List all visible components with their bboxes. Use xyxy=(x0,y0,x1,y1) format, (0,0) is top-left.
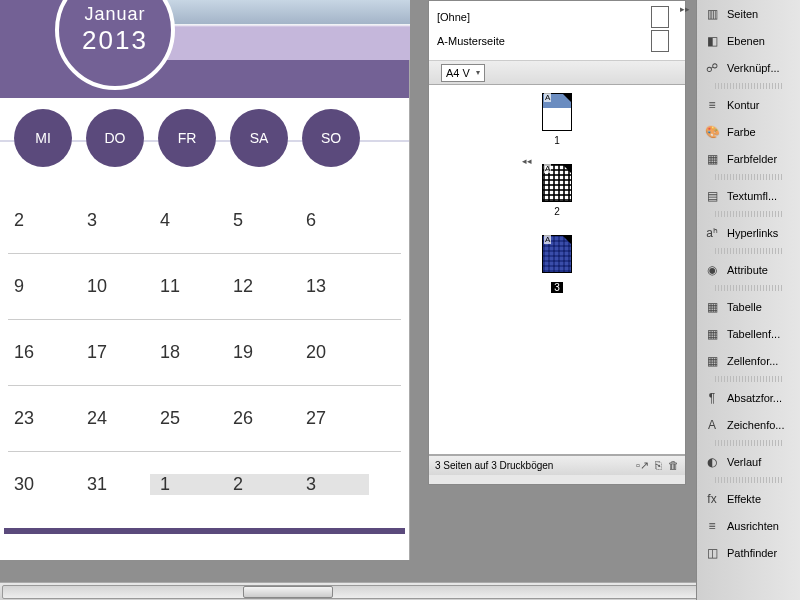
dock-item-zellenfor[interactable]: ▦Zellenfor... xyxy=(697,347,800,374)
weekday-row: MI DO FR SA SO xyxy=(0,98,409,178)
dock-item-label: Zeichenfo... xyxy=(727,419,794,431)
dock-item-tabelle[interactable]: ▦Tabelle xyxy=(697,293,800,320)
month-label: Januar xyxy=(59,0,171,25)
dock-item-verknpf[interactable]: ☍Verknüpf... xyxy=(697,54,800,81)
dock-item-textumfl[interactable]: ▤Textumfl... xyxy=(697,182,800,209)
page-size-bar: A4 V xyxy=(429,61,685,85)
calendar-grid: 23456 910111213 1617181920 2324252627 30… xyxy=(0,178,409,527)
dock-item-label: Kontur xyxy=(727,99,794,111)
master-thumb-icon xyxy=(651,30,669,52)
scrollbar-track[interactable] xyxy=(2,585,766,599)
page-thumbnail-icon[interactable] xyxy=(542,93,572,131)
dock-item-label: Pathfinder xyxy=(727,547,794,559)
absatzfor-icon: ¶ xyxy=(703,390,721,406)
weekday-cell: FR xyxy=(158,109,216,167)
textumfl-icon: ▤ xyxy=(703,188,721,204)
master-none[interactable]: [Ohne] xyxy=(437,5,677,29)
collapse-arrow-icon[interactable]: ◂◂ xyxy=(522,156,532,166)
dock-item-label: Hyperlinks xyxy=(727,227,794,239)
attribute-icon: ◉ xyxy=(703,262,721,278)
weekday-cell: MI xyxy=(14,109,72,167)
dock-item-label: Tabelle xyxy=(727,301,794,313)
new-page-icon[interactable]: ⎘ xyxy=(655,459,662,472)
dock-item-label: Attribute xyxy=(727,264,794,276)
page-item-3[interactable]: 3 xyxy=(429,235,685,295)
panel-dock[interactable]: ▥Seiten◧Ebenen☍Verknüpf...≡Kontur🎨Farbe▦… xyxy=(696,0,800,600)
dock-item-label: Ausrichten xyxy=(727,520,794,532)
ausrichten-icon: ≡ xyxy=(703,518,721,534)
zellenfor-icon: ▦ xyxy=(703,353,721,369)
dock-item-pathfinder[interactable]: ◫Pathfinder xyxy=(697,539,800,566)
pages-status-text: 3 Seiten auf 3 Druckbögen xyxy=(435,460,553,471)
dock-item-tabellenf[interactable]: ▦Tabellenf... xyxy=(697,320,800,347)
dock-item-verlauf[interactable]: ◐Verlauf xyxy=(697,448,800,475)
page-item-1[interactable]: 1 xyxy=(429,93,685,146)
dock-item-hyperlinks[interactable]: aʰHyperlinks xyxy=(697,219,800,246)
weekday-cell: SA xyxy=(230,109,288,167)
ebenen-icon: ◧ xyxy=(703,33,721,49)
master-a[interactable]: A-Musterseite xyxy=(437,29,677,53)
page-item-2[interactable]: 2 xyxy=(429,164,685,217)
dock-item-label: Ebenen xyxy=(727,35,794,47)
page-thumbnail-icon[interactable] xyxy=(542,235,572,273)
dock-item-farbe[interactable]: 🎨Farbe xyxy=(697,118,800,145)
tabellenf-icon: ▦ xyxy=(703,326,721,342)
seiten-icon: ▥ xyxy=(703,6,721,22)
dock-item-label: Seiten xyxy=(727,8,794,20)
horizontal-scrollbar[interactable] xyxy=(0,582,800,600)
edit-page-icon[interactable]: ▫↗ xyxy=(636,459,649,472)
dock-item-label: Absatzfor... xyxy=(727,392,794,404)
weekday-cell: SO xyxy=(302,109,360,167)
verlauf-icon: ◐ xyxy=(703,454,721,470)
collapse-arrow-icon[interactable]: ▸▸ xyxy=(680,4,690,14)
verknpf-icon: ☍ xyxy=(703,60,721,76)
tabelle-icon: ▦ xyxy=(703,299,721,315)
effekte-icon: fx xyxy=(703,491,721,507)
document-canvas[interactable]: Januar 2013 MI DO FR SA SO 23456 9101112… xyxy=(0,0,410,560)
dock-item-attribute[interactable]: ◉Attribute xyxy=(697,256,800,283)
dock-item-label: Textumfl... xyxy=(727,190,794,202)
dock-item-effekte[interactable]: fxEffekte xyxy=(697,485,800,512)
kontur-icon: ≡ xyxy=(703,97,721,113)
dock-item-farbfelder[interactable]: ▦Farbfelder xyxy=(697,145,800,172)
dock-item-absatzfor[interactable]: ¶Absatzfor... xyxy=(697,384,800,411)
pages-status-bar: 3 Seiten auf 3 Druckbögen ▫↗ ⎘ 🗑 xyxy=(429,455,685,475)
dock-item-label: Verknüpf... xyxy=(727,62,794,74)
page-thumbnail-icon[interactable] xyxy=(542,164,572,202)
month-badge: Januar 2013 xyxy=(55,0,175,90)
zeichenfo-icon: A xyxy=(703,417,721,433)
dock-item-seiten[interactable]: ▥Seiten xyxy=(697,0,800,27)
dock-item-label: Farbe xyxy=(727,126,794,138)
dock-item-label: Verlauf xyxy=(727,456,794,468)
dock-item-label: Farbfelder xyxy=(727,153,794,165)
dock-item-label: Zellenfor... xyxy=(727,355,794,367)
hyperlinks-icon: aʰ xyxy=(703,225,721,241)
calendar-header: Januar 2013 xyxy=(0,0,409,98)
dock-item-ebenen[interactable]: ◧Ebenen xyxy=(697,27,800,54)
calendar-footer-bar xyxy=(4,528,405,534)
pathfinder-icon: ◫ xyxy=(703,545,721,561)
year-label: 2013 xyxy=(59,25,171,56)
master-thumb-icon xyxy=(651,6,669,28)
pages-list[interactable]: 1 2 3 xyxy=(429,85,685,455)
scrollbar-thumb[interactable] xyxy=(243,586,333,598)
dock-item-label: Tabellenf... xyxy=(727,328,794,340)
dock-item-ausrichten[interactable]: ≡Ausrichten xyxy=(697,512,800,539)
delete-page-icon[interactable]: 🗑 xyxy=(668,459,679,472)
masters-section[interactable]: [Ohne] A-Musterseite xyxy=(429,1,685,61)
farbe-icon: 🎨 xyxy=(703,124,721,140)
page-size-dropdown[interactable]: A4 V xyxy=(441,64,485,82)
dock-item-label: Effekte xyxy=(727,493,794,505)
header-photo xyxy=(150,0,410,60)
weekday-cell: DO xyxy=(86,109,144,167)
dock-item-kontur[interactable]: ≡Kontur xyxy=(697,91,800,118)
pages-panel[interactable]: [Ohne] A-Musterseite A4 V 1 2 3 3 Seiten… xyxy=(428,0,686,485)
farbfelder-icon: ▦ xyxy=(703,151,721,167)
dock-item-zeichenfo[interactable]: AZeichenfo... xyxy=(697,411,800,438)
